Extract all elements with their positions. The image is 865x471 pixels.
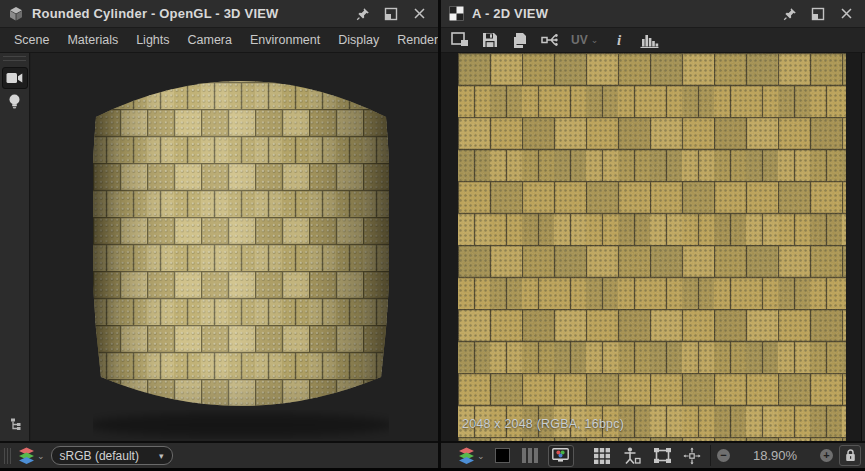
- menu-materials[interactable]: Materials: [59, 30, 126, 50]
- 2d-view-statusbar: ⌄: [441, 441, 865, 468]
- layers-chevron-icon[interactable]: ⌄: [477, 451, 485, 461]
- grid-toggle-button[interactable]: [590, 445, 614, 466]
- rounded-cylinder-mesh: [93, 55, 389, 439]
- fit-frame-icon: [654, 448, 671, 463]
- 3d-view-title: Rounded Cylinder - OpenGL - 3D VIEW: [32, 6, 279, 21]
- pan-button[interactable]: [680, 445, 704, 466]
- 2d-view-content: 2048 x 2048 (RGBA, 16bpc): [441, 53, 865, 441]
- menu-camera[interactable]: Camera: [180, 30, 240, 50]
- color-profile-value: sRGB (default): [60, 449, 139, 463]
- copy-button[interactable]: [507, 30, 533, 51]
- scene-tree-button[interactable]: [2, 413, 28, 435]
- zoom-in-button[interactable]: +: [820, 449, 833, 462]
- lock-icon: [845, 449, 856, 462]
- sidebar-drag-handle[interactable]: [3, 56, 26, 61]
- pan-move-icon: [683, 447, 701, 465]
- 3d-viewport[interactable]: [31, 53, 438, 441]
- 3d-view-statusbar: ⌄ sRGB (default) ▾: [0, 441, 438, 468]
- info-button[interactable]: i: [606, 30, 632, 51]
- pin-icon[interactable]: [352, 4, 374, 24]
- display-layers-icon[interactable]: [17, 447, 36, 464]
- maximize-icon[interactable]: [807, 4, 829, 24]
- 2d-view-toolbar: UV ⌄ i: [441, 28, 865, 53]
- mannequin-icon: [623, 447, 641, 464]
- duplicate-view-icon: [451, 32, 469, 48]
- cube-icon: [8, 6, 24, 22]
- save-icon: [482, 32, 498, 48]
- histogram-icon: [640, 33, 659, 48]
- zoom-controls: − 18.90% +: [717, 448, 833, 463]
- camera-tool-button[interactable]: [2, 67, 28, 89]
- copy-icon: [512, 32, 528, 49]
- 3d-view-titlebar[interactable]: Rounded Cylinder - OpenGL - 3D VIEW: [0, 0, 438, 28]
- texture-size-overlay: 2048 x 2048 (RGBA, 16bpc): [462, 417, 624, 431]
- menu-display[interactable]: Display: [330, 30, 387, 50]
- lock-zoom-button[interactable]: [839, 445, 861, 466]
- histogram-button[interactable]: [636, 30, 662, 51]
- pin-icon[interactable]: [779, 4, 801, 24]
- display-layers-icon[interactable]: [457, 447, 476, 464]
- new-view-button[interactable]: [447, 30, 473, 51]
- link-to-graph-button[interactable]: [537, 30, 563, 51]
- display-mode-button[interactable]: [548, 445, 574, 467]
- panel-edge[interactable]: [861, 53, 865, 441]
- channel-bars-icon[interactable]: [522, 448, 538, 463]
- fit-view-button[interactable]: [650, 445, 674, 466]
- camera-icon: [6, 72, 23, 84]
- node-branch-icon: [541, 33, 559, 47]
- rgb-monitor-icon: [552, 448, 569, 463]
- uv-chevron-icon: ⌄: [591, 35, 599, 45]
- 2d-view-title: A - 2D VIEW: [472, 6, 548, 21]
- statusbar-grip[interactable]: [4, 448, 13, 464]
- actual-size-button[interactable]: [620, 445, 644, 466]
- light-bulb-icon: [8, 94, 21, 110]
- zoom-level-value[interactable]: 18.90%: [736, 448, 814, 463]
- zoom-out-button[interactable]: −: [717, 449, 730, 462]
- 3d-view-content: [0, 53, 438, 441]
- 2d-view-titlebar[interactable]: A - 2D VIEW: [441, 0, 865, 28]
- statusbar-separator: [710, 445, 711, 466]
- panel-2d-view: A - 2D VIEW: [441, 0, 865, 471]
- checker-icon: [449, 6, 464, 21]
- panel-3d-view: Rounded Cylinder - OpenGL - 3D VIEW: [0, 0, 438, 471]
- light-tool-button[interactable]: [2, 91, 28, 113]
- uv-dropdown[interactable]: UV ⌄: [567, 33, 602, 47]
- 3d-view-menubar: Scene Materials Lights Camera Environmen…: [0, 28, 438, 53]
- 2d-viewport[interactable]: 2048 x 2048 (RGBA, 16bpc): [441, 53, 865, 441]
- menu-lights[interactable]: Lights: [128, 30, 177, 50]
- maximize-icon[interactable]: [380, 4, 402, 24]
- 3d-view-sidebar: [0, 53, 30, 441]
- layers-chevron-icon[interactable]: ⌄: [37, 451, 45, 461]
- background-color-swatch[interactable]: [495, 448, 510, 463]
- grid-icon: [594, 448, 610, 464]
- save-button[interactable]: [477, 30, 503, 51]
- close-icon[interactable]: [408, 4, 430, 24]
- substance-designer-window: Rounded Cylinder - OpenGL - 3D VIEW: [0, 0, 865, 471]
- texture-canvas: [458, 53, 846, 441]
- dropdown-arrow-icon: ▾: [159, 451, 164, 461]
- info-icon: i: [614, 32, 624, 48]
- menu-environment[interactable]: Environment: [242, 30, 328, 50]
- close-icon[interactable]: [835, 4, 857, 24]
- color-profile-dropdown[interactable]: sRGB (default) ▾: [51, 446, 173, 465]
- uv-label: UV: [571, 33, 588, 47]
- svg-text:i: i: [617, 32, 622, 48]
- menu-scene[interactable]: Scene: [6, 30, 57, 50]
- hierarchy-tree-icon: [8, 417, 23, 432]
